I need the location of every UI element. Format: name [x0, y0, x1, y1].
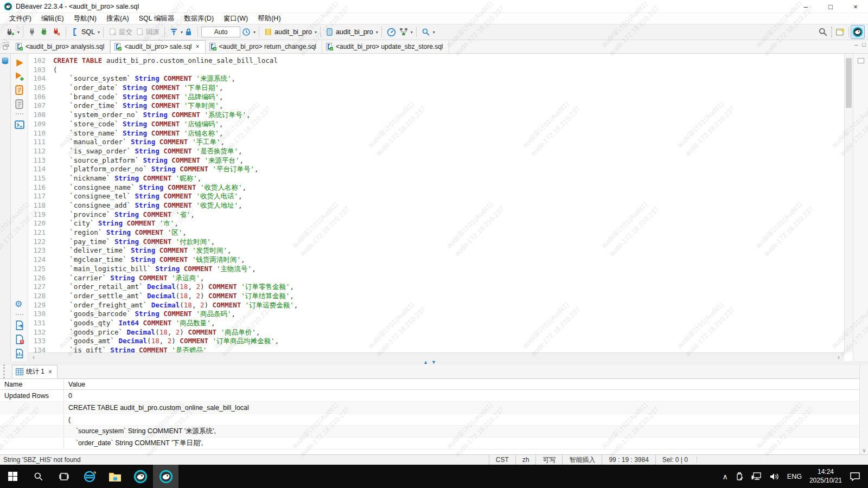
quick-search-button[interactable]	[420, 25, 432, 38]
dbeaver-perspective-button[interactable]	[851, 25, 865, 39]
status-cell[interactable]: 智能插入	[562, 455, 602, 465]
export-result-icon[interactable]	[15, 320, 24, 330]
editor-tab[interactable]: <audit_bi_pro> return_change.sql	[206, 40, 322, 53]
editor-horizontal-scrollbar[interactable]: ‹ ›	[28, 352, 844, 361]
column-header-name[interactable]: Name	[0, 379, 64, 389]
status-cell[interactable]: 99 : 19 : 3984	[602, 455, 655, 465]
scroll-right-icon[interactable]: ›	[834, 353, 843, 361]
chevron-down-icon[interactable]: ▾	[98, 30, 100, 35]
chevron-down-icon[interactable]: ▾	[411, 30, 413, 35]
file-explorer-button[interactable]	[102, 465, 127, 488]
network-icon[interactable]	[751, 472, 762, 481]
status-cell[interactable]: CST	[489, 455, 515, 465]
new-connection-button[interactable]	[4, 25, 16, 38]
menu-item[interactable]: 导航(N)	[69, 13, 101, 24]
save-file-icon[interactable]	[15, 335, 24, 344]
usb-device-icon[interactable]	[736, 472, 744, 481]
panel-splitter[interactable]: ▲ ▼	[0, 361, 868, 365]
execute-script-icon[interactable]	[15, 85, 24, 95]
settings-gear-icon[interactable]: ⚙	[15, 299, 24, 309]
restore-panel-icon[interactable]	[858, 58, 864, 63]
commit-mode-select[interactable]: Auto	[201, 27, 240, 37]
close-icon[interactable]: ×	[196, 43, 200, 50]
status-cell[interactable]: zh	[515, 455, 536, 465]
execute-new-tab-icon[interactable]	[15, 72, 24, 81]
dashboard-button[interactable]	[385, 25, 398, 38]
scroll-left-icon[interactable]: ‹	[29, 353, 38, 361]
reconnect-button[interactable]	[39, 25, 50, 38]
scroll-down-icon[interactable]: ∨	[860, 447, 868, 453]
minimize-view-icon[interactable]: –	[854, 41, 858, 48]
database-navigator-icon[interactable]	[1, 57, 9, 65]
rollback-button[interactable]: 回滚	[134, 25, 161, 38]
status-cell[interactable]: 可写	[535, 455, 562, 465]
chevron-down-icon[interactable]: ▾	[315, 30, 317, 35]
editor-tab[interactable]: <audit_bi_pro> analysis.sql	[12, 40, 110, 53]
menu-item[interactable]: 文件(F)	[4, 13, 36, 24]
explain-plan-icon[interactable]	[15, 99, 24, 109]
tab-bar-handle[interactable]	[0, 40, 12, 53]
search-toolbar-button[interactable]	[816, 25, 829, 38]
table-row[interactable]: `order_date` String COMMENT '下单日期',	[0, 438, 859, 450]
editor-tab[interactable]: <audit_bi_pro> sale.sql×	[110, 40, 205, 53]
chevron-down-icon[interactable]: ▾	[17, 30, 20, 35]
editor-tab[interactable]: <audit_bi_pro> update_sbz_store.sql	[322, 40, 449, 53]
scrollbar-thumb[interactable]	[846, 58, 852, 108]
commit-button[interactable]: 提交	[107, 25, 134, 38]
autocommit-lock-button[interactable]	[183, 25, 194, 38]
editor-vertical-scrollbar[interactable]	[844, 54, 853, 352]
language-indicator[interactable]: ENG	[787, 473, 802, 480]
menu-item[interactable]: 搜索(A)	[101, 13, 134, 24]
splitter-up-icon[interactable]: ▲	[423, 359, 428, 365]
taskbar-search-button[interactable]	[25, 465, 51, 488]
close-icon[interactable]: ×	[48, 368, 52, 376]
table-row[interactable]: (	[0, 414, 859, 426]
status-cell[interactable]: Sel: 0 | 0	[655, 455, 694, 465]
maximize-button[interactable]: □	[818, 0, 843, 13]
connect-button[interactable]	[27, 25, 39, 38]
dbeaver-taskbar-button-active[interactable]	[153, 465, 178, 488]
transaction-log-button[interactable]	[168, 25, 180, 38]
network-button[interactable]	[398, 25, 410, 38]
status-drag-handle[interactable]	[697, 457, 711, 463]
table-row[interactable]: CREATE TABLE audit_bi_pro.custom_online_…	[0, 402, 859, 414]
results-panel: 统计 1 × NameValueUpdated Rows0CREATE TABL…	[0, 365, 868, 454]
chevron-down-icon[interactable]: ▾	[376, 30, 378, 35]
sql-editor-button[interactable]: SQL	[69, 25, 97, 38]
code-editor[interactable]: 102CREATE TABLE audit_bi_pro.custom_onli…	[28, 54, 844, 352]
menu-item[interactable]: 窗口(W)	[219, 13, 253, 24]
disconnect-button[interactable]	[50, 25, 62, 38]
results-vertical-scrollbar[interactable]: ∨	[859, 365, 868, 454]
menu-item[interactable]: 数据库(D)	[179, 13, 219, 24]
column-header-value[interactable]: Value	[64, 379, 85, 389]
open-perspective-button[interactable]	[834, 25, 847, 38]
results-drag-handle[interactable]	[3, 364, 11, 378]
schema-selector[interactable]: audit_bi_pro	[324, 25, 375, 38]
tab-statistics[interactable]: 统计 1 ×	[12, 365, 58, 378]
taskbar-clock[interactable]: 14:24 2025/10/21	[809, 468, 842, 485]
tray-chevron-icon[interactable]: ∧	[723, 472, 728, 481]
menu-item[interactable]: 编辑(E)	[36, 13, 69, 24]
notification-center-icon[interactable]	[850, 472, 860, 481]
close-button[interactable]: ×	[843, 0, 868, 13]
table-row[interactable]: Updated Rows0	[0, 390, 859, 402]
volume-icon[interactable]	[770, 472, 780, 481]
internet-explorer-button[interactable]	[76, 465, 102, 488]
sql-console-icon[interactable]	[15, 120, 24, 130]
txn-history-button[interactable]	[240, 25, 252, 38]
start-button[interactable]	[0, 465, 25, 488]
dbeaver-taskbar-button[interactable]	[127, 465, 153, 488]
maximize-view-icon[interactable]: □	[862, 41, 866, 48]
splitter-down-icon[interactable]: ▼	[431, 359, 436, 365]
chevron-down-icon[interactable]: ▾	[253, 30, 256, 35]
chevron-down-icon[interactable]: ▾	[433, 30, 435, 35]
menu-item[interactable]: 帮助(H)	[253, 13, 285, 24]
table-row[interactable]: `source_system` String COMMENT '来源系统',	[0, 426, 859, 438]
execute-statement-icon[interactable]	[15, 58, 24, 68]
task-view-button[interactable]	[51, 465, 76, 488]
connection-selector[interactable]: audit_bi_pro	[263, 25, 314, 38]
minimize-button[interactable]: –	[793, 0, 818, 13]
statistics-grid: NameValueUpdated Rows0CREATE TABLE audit…	[0, 379, 859, 450]
output-log-icon[interactable]	[15, 349, 24, 358]
menu-item[interactable]: SQL 编辑器	[134, 13, 180, 24]
